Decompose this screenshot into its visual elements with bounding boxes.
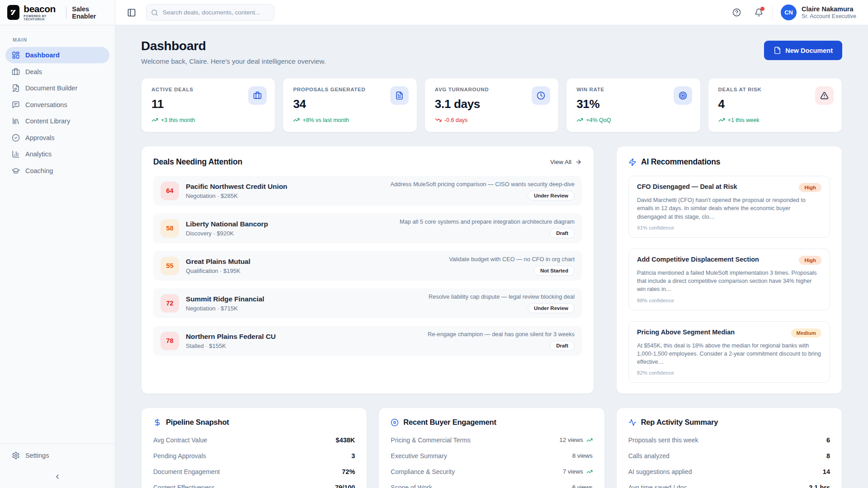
file-icon [774, 47, 781, 54]
sidebar-collapse-button[interactable] [51, 470, 64, 483]
help-icon[interactable] [732, 8, 741, 17]
deal-row-northern-plains[interactable]: 78 Northern Plains Federal CU Stalled · … [153, 326, 582, 356]
ai-card-body: Patricia mentioned a failed MuleSoft imp… [637, 269, 821, 294]
page-subtitle: Welcome back, Claire. Here's your deal i… [141, 57, 326, 65]
status-badge: Draft [550, 341, 575, 351]
page-title: Dashboard [141, 39, 326, 53]
sidebar-item-label: Approvals [25, 134, 54, 141]
deal-name: Pacific Northwest Credit Union [186, 183, 287, 191]
logo-text: beacon [24, 4, 61, 14]
deal-row-great-plains[interactable]: 55 Great Plains Mutual Qualification · $… [153, 251, 582, 281]
ai-card-list: CFO Disengaged — Deal at Risk High David… [628, 176, 830, 383]
panel-title: Pipeline Snapshot [166, 418, 229, 427]
panel-title: Rep Activity Summary [641, 418, 718, 427]
stat-trend: +8% vs last month [293, 117, 406, 123]
panel-title: Deals Needing Attention [153, 157, 242, 167]
metric-row: Pricing & Commercial Terms 12 views [391, 432, 592, 448]
deal-list: 64 Pacific Northwest Credit Union Negoti… [153, 176, 582, 356]
deal-action: Map all 5 core systems and prepare integ… [400, 218, 575, 225]
arrow-right-icon [575, 159, 582, 165]
notification-dot [760, 7, 764, 11]
trending-up-icon [586, 469, 593, 475]
ai-card-body: David Marchetti (CFO) hasn't opened the … [637, 196, 821, 221]
circle-check-icon [12, 134, 20, 142]
dollar-sign-icon [153, 418, 161, 427]
sidebar-item-label: Content Library [25, 117, 70, 125]
file-text-icon [390, 86, 409, 105]
deal-row-liberty-national[interactable]: 58 Liberty National Bancorp Discovery · … [153, 213, 582, 243]
metric-row: Document Engagement 72% [153, 464, 355, 479]
sidebar-item-label: Analytics [25, 150, 52, 158]
ai-card-title: CFO Disengaged — Deal at Risk [637, 183, 737, 190]
deal-meta: Stalled · $155K [186, 343, 276, 349]
activity-icon [628, 418, 637, 427]
panel-title: Recent Buyer Engagement [403, 418, 496, 427]
trending-up-icon [718, 117, 725, 123]
new-document-label: New Document [785, 47, 833, 54]
stat-label: WIN RATE [576, 87, 690, 92]
search-icon [151, 9, 158, 16]
alert-triangle-icon [815, 86, 834, 105]
briefcase-icon [12, 68, 20, 76]
nav-section-label: MAIN [13, 37, 109, 42]
status-badge: Draft [550, 228, 575, 238]
sidebar-item-content-library[interactable]: Content Library [5, 113, 109, 129]
stat-value: 31% [576, 97, 690, 111]
briefcase-icon [248, 86, 267, 105]
stat-trend: +3 this month [151, 117, 265, 123]
sidebar-item-document-builder[interactable]: Document Builder [5, 80, 109, 96]
deal-score-badge: 55 [160, 257, 179, 275]
deal-row-pacific-northwest[interactable]: 64 Pacific Northwest Credit Union Negoti… [153, 176, 582, 206]
deal-meta: Qualification · $195K [186, 267, 250, 274]
sidebar-item-label: Deals [25, 68, 42, 75]
priority-badge: High [799, 256, 821, 265]
sidebar-item-approvals[interactable]: Approvals [5, 130, 109, 146]
sidebar-nav: MAIN Dashboard Deals Document Builder Co… [0, 25, 115, 443]
ai-recommendations-panel: AI Recommendations CFO Disengaged — Deal… [616, 146, 842, 394]
sidebar-footer: Settings [0, 443, 115, 488]
sidebar-item-coaching[interactable]: Coaching [5, 163, 109, 179]
avatar[interactable]: CN [781, 5, 797, 20]
deal-action: Re-engage champion — deal has gone silen… [428, 331, 575, 338]
search-input[interactable] [146, 4, 274, 21]
deal-score-badge: 72 [160, 294, 179, 313]
deal-meta: Negotiation · $285K [186, 192, 287, 199]
deal-score-badge: 58 [160, 219, 179, 238]
ai-card-body: At $545K, this deal is 18% above the med… [637, 342, 821, 366]
ai-confidence: 82% confidence [637, 370, 821, 375]
sidebar-toggle-icon[interactable] [127, 8, 136, 17]
sidebar-item-conversations[interactable]: Conversations [5, 97, 109, 113]
clock-icon [532, 86, 550, 105]
ai-card-cfo-disengaged: CFO Disengaged — Deal at Risk High David… [628, 176, 830, 238]
stat-card-proposals-generated: PROPOSALS GENERATED 34 +8% vs last month [283, 78, 417, 132]
beacon-logo-icon [7, 5, 19, 20]
view-all-link[interactable]: View All [550, 159, 582, 165]
new-document-button[interactable]: New Document [764, 41, 842, 60]
sidebar-item-dashboard[interactable]: Dashboard [5, 47, 109, 63]
user-info[interactable]: Claire Nakamura Sr. Account Executive [802, 5, 856, 19]
deal-action: Validate budget with CEO — no CFO in org… [449, 256, 575, 263]
bell-icon[interactable] [755, 8, 763, 17]
sidebar-item-deals[interactable]: Deals [5, 64, 109, 80]
stat-card-active-deals: ACTIVE DEALS 11 +3 this month [141, 78, 275, 132]
priority-badge: Medium [791, 328, 821, 338]
circle-dot-icon [391, 418, 399, 427]
deal-row-summit-ridge[interactable]: 72 Summit Ridge Financial Negotiation · … [153, 288, 582, 318]
brand-wordmark: beacon POWERED BY TECHTORCH [24, 4, 61, 21]
sidebar-item-label: Dashboard [25, 52, 60, 59]
file-pen-icon [12, 84, 20, 92]
status-badge: Under Review [528, 303, 575, 313]
zap-icon [628, 158, 637, 166]
deal-action: Address MuleSoft pricing comparison — CI… [390, 181, 575, 188]
trending-up-icon [293, 117, 300, 123]
metric-row: Avg Contract Value $438K [153, 432, 355, 448]
sidebar-item-settings[interactable]: Settings [5, 447, 109, 464]
status-badge: Under Review [528, 191, 575, 201]
sidebar-item-label: Document Builder [25, 84, 77, 92]
stat-trend: +1 this week [718, 117, 832, 123]
layout-grid-icon [12, 51, 20, 59]
deal-meta: Discovery · $920K [186, 230, 268, 237]
settings-label: Settings [25, 452, 49, 459]
sidebar-item-analytics[interactable]: Analytics [5, 146, 109, 162]
metric-row: Compliance & Security 7 views [391, 464, 592, 479]
